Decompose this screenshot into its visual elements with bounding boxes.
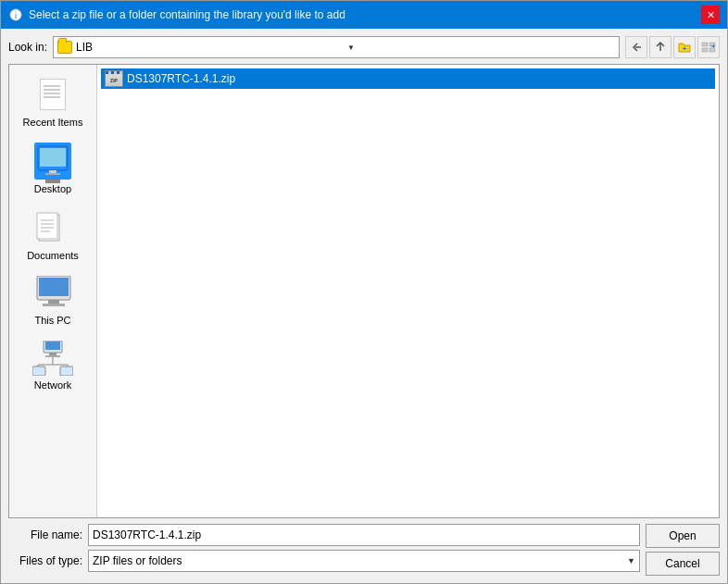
cancel-button[interactable]: Cancel (646, 552, 720, 576)
this-pc-label: This PC (34, 315, 70, 326)
svg-rect-12 (37, 213, 57, 239)
svg-rect-5 (702, 48, 708, 52)
svg-rect-23 (49, 353, 56, 355)
file-item[interactable]: ZIP DS1307RTC-1.4.1.zip (101, 68, 715, 89)
open-button[interactable]: Open (646, 524, 720, 548)
file-name-input[interactable] (88, 524, 640, 546)
back-button[interactable] (625, 36, 647, 58)
zip-file-icon: ZIP (105, 70, 123, 87)
view-menu-button[interactable] (697, 36, 720, 58)
svg-rect-20 (43, 304, 65, 306)
sidebar-item-this-pc[interactable]: This PC (9, 268, 96, 333)
dialog-title: Select a zip file or a folder containing… (29, 8, 345, 21)
svg-text:i: i (15, 11, 17, 20)
title-bar-left: i Select a zip file or a folder containi… (8, 7, 345, 22)
sidebar-item-desktop[interactable]: Desktop (9, 135, 96, 202)
recent-items-icon (34, 76, 71, 113)
files-of-type-row: Files of type: ZIP files or folders ▼ (8, 550, 640, 572)
new-folder-icon: + (678, 41, 691, 54)
files-of-type-label: Files of type: (8, 554, 82, 567)
svg-rect-24 (45, 355, 60, 357)
file-dialog: i Select a zip file or a folder containi… (0, 0, 728, 584)
svg-text:+: + (683, 44, 687, 53)
svg-rect-22 (45, 342, 60, 350)
desktop-icon (34, 143, 71, 180)
current-folder-text: LIB (76, 41, 344, 54)
svg-rect-6 (709, 48, 715, 52)
svg-rect-8 (40, 148, 66, 167)
svg-rect-28 (32, 367, 45, 376)
bottom-fields: File name: Files of type: ZIP files or f… (8, 524, 640, 576)
file-name-row: File name: (8, 524, 640, 546)
sidebar-item-network[interactable]: Network (9, 333, 96, 398)
network-icon (32, 341, 73, 376)
documents-icon (35, 209, 70, 246)
dropdown-arrow-icon: ▼ (347, 43, 615, 52)
folder-icon (57, 41, 72, 54)
file-area[interactable]: ZIP DS1307RTC-1.4.1.zip (97, 65, 719, 517)
action-buttons: Open Cancel (640, 524, 720, 576)
look-in-combo[interactable]: LIB ▼ (53, 36, 620, 58)
up-button[interactable] (649, 36, 672, 58)
view-menu-icon (701, 41, 716, 54)
close-button[interactable]: ✕ (701, 6, 720, 24)
dialog-icon: i (8, 7, 23, 22)
network-label: Network (34, 379, 71, 391)
title-bar: i Select a zip file or a folder containi… (1, 1, 727, 29)
desktop-label: Desktop (34, 183, 71, 194)
sidebar-item-documents[interactable]: Documents (9, 202, 96, 268)
look-in-label: Look in: (8, 41, 47, 54)
bottom-area: File name: Files of type: ZIP files or f… (8, 524, 720, 576)
documents-label: Documents (27, 250, 79, 261)
svg-rect-18 (39, 278, 69, 296)
look-in-row: Look in: LIB ▼ (8, 36, 720, 58)
file-item-name: DS1307RTC-1.4.1.zip (127, 72, 235, 85)
new-folder-button[interactable]: + (673, 36, 696, 58)
svg-rect-30 (60, 367, 73, 376)
svg-rect-3 (702, 43, 708, 46)
sidebar: Recent Items Desktop (9, 65, 97, 517)
toolbar-buttons: + (625, 36, 720, 58)
combo-arrow-icon: ▼ (627, 556, 635, 565)
files-of-type-combo[interactable]: ZIP files or folders ▼ (88, 550, 640, 572)
files-of-type-value: ZIP files or folders (93, 554, 182, 567)
main-area: Recent Items Desktop (8, 64, 720, 518)
pc-icon (33, 276, 72, 311)
up-icon (654, 41, 667, 54)
dialog-body: Look in: LIB ▼ (1, 29, 727, 583)
file-name-label: File name: (8, 528, 82, 541)
back-icon (630, 41, 643, 54)
sidebar-item-recent-items[interactable]: Recent Items (9, 68, 96, 135)
svg-rect-10 (45, 173, 60, 175)
recent-items-label: Recent Items (23, 117, 83, 128)
